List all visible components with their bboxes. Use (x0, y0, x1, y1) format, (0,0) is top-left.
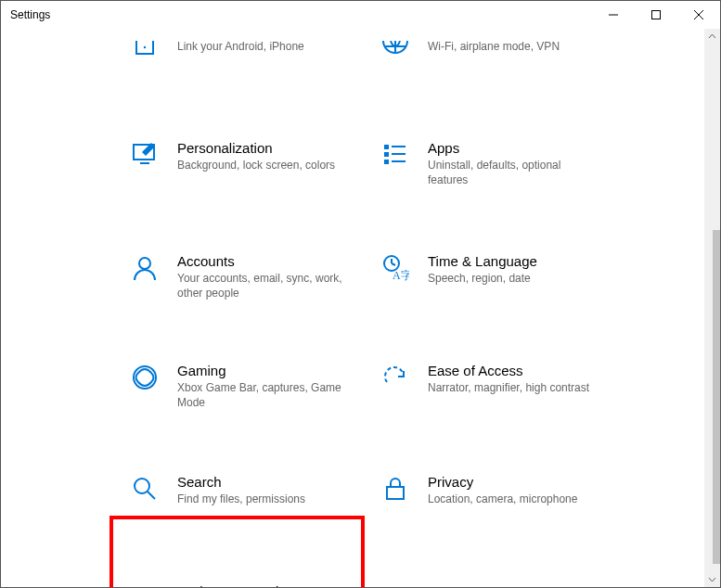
update-security-icon (131, 584, 159, 587)
maximize-button[interactable] (635, 1, 677, 29)
tile-title: Privacy (428, 473, 577, 492)
tile-title: Apps (428, 139, 595, 158)
tile-desc: Find my files, permissions (177, 492, 305, 506)
tile-gaming[interactable]: Gaming Xbox Game Bar, captures, Game Mod… (131, 356, 381, 415)
svg-rect-11 (384, 152, 389, 157)
settings-window: Settings Link (0, 0, 721, 588)
svg-point-15 (139, 258, 150, 269)
tile-personalization[interactable]: Personalization Background, lock screen,… (131, 134, 381, 193)
tile-desc: Link your Android, iPhone (177, 39, 304, 54)
gaming-icon (131, 364, 159, 395)
accounts-icon (131, 254, 159, 286)
tile-desc: Speech, region, date (428, 271, 537, 286)
tile-update-security[interactable]: Update & Security Windows Update, recove… (131, 577, 381, 587)
tile-desc: Narrator, magnifier, high contrast (428, 380, 589, 395)
tile-desc: Wi-Fi, airplane mode, VPN (428, 39, 560, 54)
title-bar: Settings (1, 1, 720, 29)
svg-line-18 (392, 263, 395, 265)
tile-ease-of-access[interactable]: Ease of Access Narrator, magnifier, high… (381, 356, 613, 415)
tile-desc: Location, camera, microphone (428, 492, 577, 506)
apps-icon (381, 141, 409, 173)
svg-rect-13 (384, 160, 389, 164)
phone-icon (131, 41, 159, 63)
tile-network[interactable]: Wi-Fi, airplane mode, VPN (381, 33, 613, 69)
tile-search[interactable]: Search Find my files, permissions (131, 467, 381, 512)
vertical-scrollbar[interactable] (704, 29, 720, 587)
settings-grid: Link your Android, iPhone Wi-Fi, airplan… (1, 33, 704, 587)
tile-privacy[interactable]: Privacy Location, camera, microphone (381, 467, 613, 512)
time-language-icon: A字 (381, 254, 409, 286)
tile-desc: Your accounts, email, sync, work, other … (177, 271, 344, 300)
scroll-up-button[interactable] (704, 29, 720, 45)
svg-point-21 (135, 479, 149, 493)
tile-desc: Background, lock screen, colors (177, 158, 335, 173)
client-area: Link your Android, iPhone Wi-Fi, airplan… (1, 29, 704, 587)
svg-rect-9 (384, 145, 389, 149)
svg-text:A字: A字 (393, 269, 409, 282)
privacy-icon (381, 475, 409, 506)
tile-time-language[interactable]: A字 Time & Language Speech, region, date (381, 247, 613, 306)
tile-apps[interactable]: Apps Uninstall, defaults, optional featu… (381, 134, 613, 193)
tile-title: Accounts (177, 252, 344, 271)
ease-of-access-icon (381, 364, 409, 395)
scroll-thumb[interactable] (713, 230, 722, 564)
window-controls (592, 1, 720, 29)
tile-desc: Uninstall, defaults, optional features (428, 158, 595, 187)
tile-title: Personalization (177, 139, 335, 158)
globe-icon (381, 41, 409, 63)
svg-point-4 (144, 46, 146, 48)
tile-accounts[interactable]: Accounts Your accounts, email, sync, wor… (131, 247, 381, 306)
svg-line-22 (148, 492, 155, 499)
tile-title: Time & Language (428, 252, 537, 271)
search-icon (131, 475, 159, 506)
svg-rect-23 (387, 487, 404, 499)
tile-title: Search (177, 473, 305, 492)
scroll-down-button[interactable] (704, 571, 720, 587)
tile-title: Update & Security (177, 582, 344, 587)
tile-title: Gaming (177, 362, 344, 380)
tile-desc: Xbox Game Bar, captures, Game Mode (177, 380, 344, 410)
window-title: Settings (10, 8, 50, 21)
tile-phone[interactable]: Link your Android, iPhone (131, 33, 381, 69)
minimize-button[interactable] (592, 1, 635, 29)
tile-title: Ease of Access (428, 362, 589, 380)
personalization-icon (131, 141, 159, 173)
svg-rect-1 (652, 11, 661, 19)
close-button[interactable] (677, 1, 720, 29)
